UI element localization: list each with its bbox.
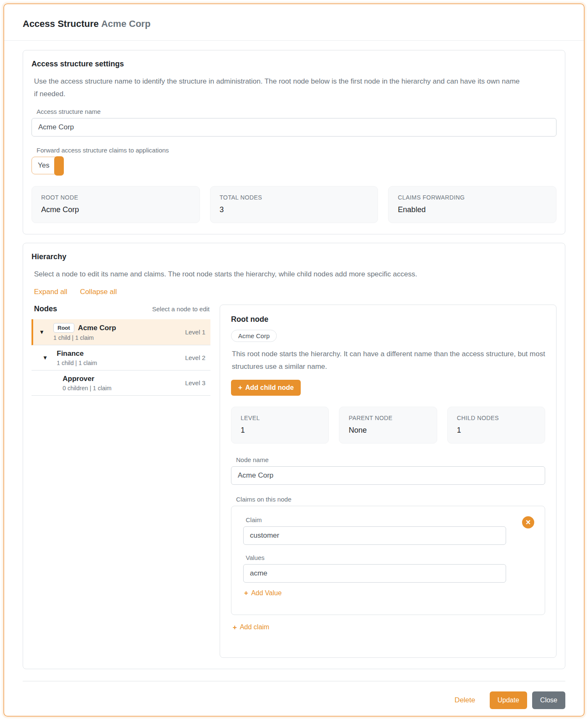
nodes-hint: Select a node to edit <box>152 305 210 313</box>
node-editor-panel: Root node Acme Corp This root node start… <box>220 305 556 658</box>
dialog-footer: Delete Update Close <box>23 681 565 717</box>
node-level: Level 2 <box>185 354 205 361</box>
editor-title: Root node <box>231 315 545 324</box>
stat-label: PARENT NODE <box>349 415 427 421</box>
page-title-structure-name: Acme Corp <box>101 18 150 29</box>
stat-card-root-node: ROOT NODE Acme Corp <box>32 186 200 223</box>
collapse-all-link[interactable]: Collapse all <box>80 288 117 296</box>
stat-value: Enabled <box>398 205 547 214</box>
node-name-pill: Acme Corp <box>231 330 277 342</box>
access-structure-dialog: Access StructureAcme Corp Access structu… <box>3 3 585 717</box>
structure-name-input[interactable] <box>32 118 556 137</box>
expand-all-link[interactable]: Expand all <box>34 288 67 296</box>
delete-button[interactable]: Delete <box>454 696 475 704</box>
claim-input[interactable] <box>243 526 506 545</box>
add-value-label: Add Value <box>251 589 282 597</box>
close-icon: × <box>526 518 531 527</box>
plus-icon: + <box>233 624 237 631</box>
close-button[interactable]: Close <box>532 691 565 709</box>
update-button[interactable]: Update <box>490 691 528 709</box>
caret-down-icon[interactable]: ▼ <box>39 329 49 335</box>
plus-icon: + <box>238 384 242 391</box>
root-badge: Root <box>53 323 74 333</box>
node-row-approver[interactable]: Approver 0 children | 1 claim Level 3 <box>32 371 210 396</box>
hierarchy-title: Hierarchy <box>32 252 556 261</box>
claim-value-input[interactable] <box>243 564 506 583</box>
node-name: Acme Corp <box>78 324 116 332</box>
node-meta: 1 child | 1 claim <box>57 360 185 366</box>
values-label: Values <box>246 554 506 561</box>
editor-stats-row: LEVEL 1 PARENT NODE None CHILD NODES 1 <box>231 407 545 444</box>
stat-card-claims-forwarding: CLAIMS FORWARDING Enabled <box>388 186 556 223</box>
add-claim-label: Add claim <box>240 623 269 631</box>
add-value-link[interactable]: + Add Value <box>244 589 282 597</box>
stat-label: CLAIMS FORWARDING <box>398 194 547 201</box>
add-claim-link[interactable]: + Add claim <box>233 623 269 631</box>
page-title-main: Access Structure <box>23 18 99 29</box>
node-name: Approver <box>63 375 94 383</box>
stat-value: 1 <box>457 426 536 435</box>
remove-claim-button[interactable]: × <box>522 516 534 528</box>
editor-description: This root node starts the hierarchy. It … <box>232 348 545 373</box>
dialog-header: Access StructureAcme Corp <box>4 4 584 41</box>
node-level: Level 3 <box>185 379 205 386</box>
stat-card-total-nodes: TOTAL NODES 3 <box>210 186 378 223</box>
node-name: Finance <box>57 349 84 358</box>
stat-value: 1 <box>241 426 319 435</box>
nodes-title: Nodes <box>34 305 57 313</box>
settings-description: Use the access structure name to identif… <box>34 75 521 100</box>
caret-down-icon[interactable]: ▼ <box>42 355 52 360</box>
plus-icon: + <box>244 589 248 596</box>
stat-card-level: LEVEL 1 <box>231 407 329 444</box>
settings-title: Access structure settings <box>32 60 556 68</box>
forward-claims-label: Forward access structure claims to appli… <box>37 147 556 154</box>
stat-value: Acme Corp <box>41 205 190 214</box>
stat-label: TOTAL NODES <box>220 194 369 201</box>
claim-label: Claim <box>246 516 506 523</box>
add-child-node-button[interactable]: + Add child node <box>231 380 301 396</box>
page-title: Access StructureAcme Corp <box>23 18 565 29</box>
toggle-knob <box>54 156 64 176</box>
claims-on-node-label: Claims on this node <box>236 496 545 503</box>
stat-card-parent-node: PARENT NODE None <box>339 407 437 444</box>
settings-stats-row: ROOT NODE Acme Corp TOTAL NODES 3 CLAIMS… <box>32 186 556 223</box>
settings-section: Access structure settings Use the access… <box>23 50 565 234</box>
node-name-label: Node name <box>236 456 545 463</box>
node-row-acme-corp[interactable]: ▼ Root Acme Corp 1 child | 1 claim Level… <box>32 319 210 345</box>
stat-card-child-nodes: CHILD NODES 1 <box>447 407 545 444</box>
node-meta: 1 child | 1 claim <box>53 334 185 341</box>
stat-value: 3 <box>220 205 369 214</box>
stat-label: ROOT NODE <box>41 194 190 201</box>
toggle-state-label: Yes <box>38 161 50 170</box>
node-row-finance[interactable]: ▼ Finance 1 child | 1 claim Level 2 <box>32 345 210 371</box>
nodes-tree: Nodes Select a node to edit ▼ Root Acme … <box>32 305 210 396</box>
stat-label: CHILD NODES <box>457 415 536 421</box>
claim-card: × Claim Values + Add Value <box>231 506 545 615</box>
structure-name-label: Access structure name <box>37 108 556 115</box>
node-meta: 0 children | 1 claim <box>63 385 185 392</box>
stat-value: None <box>349 426 427 435</box>
stat-label: LEVEL <box>241 415 319 421</box>
add-child-node-label: Add child node <box>245 384 294 392</box>
hierarchy-description: Select a node to edit its name and claim… <box>34 268 521 281</box>
node-name-input[interactable] <box>231 466 545 485</box>
forward-claims-toggle[interactable]: Yes <box>32 157 63 174</box>
hierarchy-section: Hierarchy Select a node to edit its name… <box>23 243 565 669</box>
node-level: Level 1 <box>185 328 205 336</box>
